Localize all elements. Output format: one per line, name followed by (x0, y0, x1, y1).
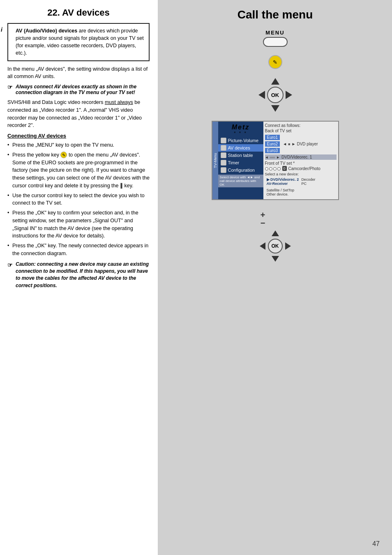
svhs-text: SVHS/Hi8 and Data Logic video recorders … (7, 99, 150, 129)
euro3-row: Euro3 (265, 148, 337, 153)
tv-menu-right: Connect as follows: Back of TV set Euro1… (263, 122, 338, 199)
menu-item-timer[interactable]: Timer (218, 159, 263, 166)
dpad-left-arrow[interactable] (258, 91, 265, 99)
step-3: Use the cursor control key to select the… (7, 192, 150, 207)
caution-note: Caution: connecting a new device may cau… (7, 261, 150, 290)
main-content: 22. AV devices i AV (Audio/Video) device… (0, 0, 392, 555)
dpad-ok-button[interactable]: OK (267, 87, 284, 103)
scart-arrow: ► (276, 155, 280, 159)
info-bold-text: AV (Audio/Video) devices (16, 28, 77, 34)
scart-row: ◄ ══ ► DVD/Videorec. 1 (265, 154, 337, 160)
connecting-heading: Connecting AV devices (7, 133, 150, 139)
new-device-decoder[interactable]: DecoderPC (301, 177, 315, 186)
station-table-icon (221, 152, 226, 158)
euro2-connector: ■ (288, 142, 290, 146)
euro1-box: Euro1 (265, 135, 280, 140)
right-column: Call the menu MENU ✎ OK (158, 0, 392, 555)
right-title: Call the menu (166, 8, 385, 21)
left-column: 22. AV devices i AV (Audio/Video) device… (0, 0, 158, 555)
step-5: Press the „OK" key. The newly connected … (7, 242, 150, 258)
dpad2-up-arrow[interactable] (272, 230, 279, 236)
step-1: Press the „MENU" key to open the TV menu… (7, 141, 150, 149)
plus-minus-area: + − (261, 211, 265, 227)
menu-item-station-table[interactable]: Station table (218, 152, 263, 159)
metz-logo-area: Metz * * * (218, 122, 263, 137)
euro1-row: Euro1 (265, 135, 337, 140)
circle-1 (265, 167, 268, 170)
dpad2: OK (259, 230, 292, 263)
dpad-down-arrow[interactable] (271, 105, 279, 112)
info-icon: i (1, 25, 2, 34)
info-box: i AV (Audio/Video) devices are devices w… (7, 23, 150, 61)
metz-stars: * * * (221, 131, 261, 136)
dpad-up-arrow[interactable] (271, 78, 279, 85)
dpad2-section: + − OK (259, 211, 292, 263)
circle-3 (273, 167, 277, 170)
av-devices-label: AV devices (228, 145, 250, 150)
scart-connector: ══ (270, 155, 275, 159)
must-always-underline: must always (105, 99, 133, 105)
menu-item-av-devices[interactable]: AV devices (218, 144, 263, 152)
tv-circles (265, 167, 281, 170)
front-tv-label: Front of TV set * (265, 161, 337, 166)
configuration-icon (221, 167, 226, 173)
back-of-tv-label: Back of TV set (265, 129, 337, 133)
yellow-key-icon: ✎ (273, 59, 277, 65)
minus-button[interactable]: − (261, 219, 265, 227)
new-device-satellite[interactable]: Satellite / SetTopOther device. (267, 188, 295, 196)
circle-4 (277, 167, 281, 170)
dpad2-down-arrow[interactable] (272, 256, 279, 262)
configuration-label: Configuration (228, 168, 255, 173)
always-connect-note: Always connect AV devices exactly as sho… (7, 84, 150, 95)
section-title: 22. AV devices (7, 7, 150, 18)
menu-item-picture-volume[interactable]: Picture-Volume (218, 137, 263, 144)
page-number: 47 (372, 540, 380, 548)
timer-label: Timer (228, 160, 240, 165)
connect-as-label: Connect as follows: (265, 123, 337, 128)
dpad2-left-arrow[interactable] (260, 242, 265, 250)
yellow-key[interactable]: ✎ (268, 55, 282, 69)
picture-volume-label: Picture-Volume (228, 138, 259, 143)
select-text-area: Select device with ◄► and call device at… (218, 175, 263, 187)
menu-label: MENU (265, 30, 284, 36)
tv-sidebar-label: TV-Menu (212, 122, 218, 199)
step-2: Press the yellow key ✎ to open the menu … (7, 151, 150, 190)
info-box-inner: AV (Audio/Video) devices are devices whi… (16, 27, 145, 57)
front-row: 0 Camcorder/Photo (265, 166, 337, 171)
page: 22. AV devices i AV (Audio/Video) device… (0, 0, 392, 555)
euro3-box: Euro3 (265, 148, 280, 153)
picture-volume-icon (221, 138, 226, 143)
tv-menu-screenshot: TV-Menu Metz * * * Picture-Volume (212, 121, 339, 200)
tv-menu-left: Metz * * * Picture-Volume AV devices (218, 122, 263, 199)
euro2-arrow-right: ► (292, 142, 296, 146)
station-table-label: Station table (228, 153, 253, 158)
dpad-container: OK (257, 76, 294, 113)
circle-2 (269, 167, 272, 170)
dpad: OK (257, 76, 294, 113)
menu-description: In the menu „AV devices", the setting wi… (7, 65, 150, 81)
menu-item-configuration[interactable]: Configuration (218, 166, 263, 174)
zero-label: 0 (282, 166, 287, 171)
metz-logo: Metz (221, 124, 261, 131)
timer-icon (221, 160, 226, 166)
scart-label: ◄ (265, 155, 269, 159)
new-devices-list: ▶ DVD/Videorec. 2AV-Receiver DecoderPC S… (265, 176, 337, 198)
select-text: Select device with ◄► and call device at… (220, 175, 262, 187)
av-devices-icon (221, 145, 226, 151)
select-new-device-label: Select a new device: (265, 172, 337, 176)
dpad-right-arrow[interactable] (286, 91, 292, 99)
new-device-dvd[interactable]: ▶ DVD/Videorec. 2AV-Receiver (267, 177, 299, 186)
step-4: Press the „OK" key to confirm your selec… (7, 209, 150, 240)
connecting-steps: Press the „MENU" key to open the TV menu… (7, 141, 150, 258)
euro2-row: Euro2 ◄ ■ ► DVD player (265, 141, 337, 147)
scart-device: DVD/Videorec. 1 (281, 155, 312, 159)
camcorder-label: Camcorder/Photo (288, 166, 321, 171)
tv-menu-wrapper: TV-Menu Metz * * * Picture-Volume (212, 122, 338, 199)
menu-button[interactable] (263, 37, 288, 47)
dpad2-right-arrow[interactable] (285, 242, 291, 250)
euro2-device: DVD player (297, 142, 318, 146)
dpad2-ok-button[interactable]: OK (268, 239, 283, 253)
euro2-arrow-left: ◄ (283, 142, 287, 146)
plus-button[interactable]: + (261, 211, 265, 219)
euro2-box: Euro2 (265, 141, 280, 147)
